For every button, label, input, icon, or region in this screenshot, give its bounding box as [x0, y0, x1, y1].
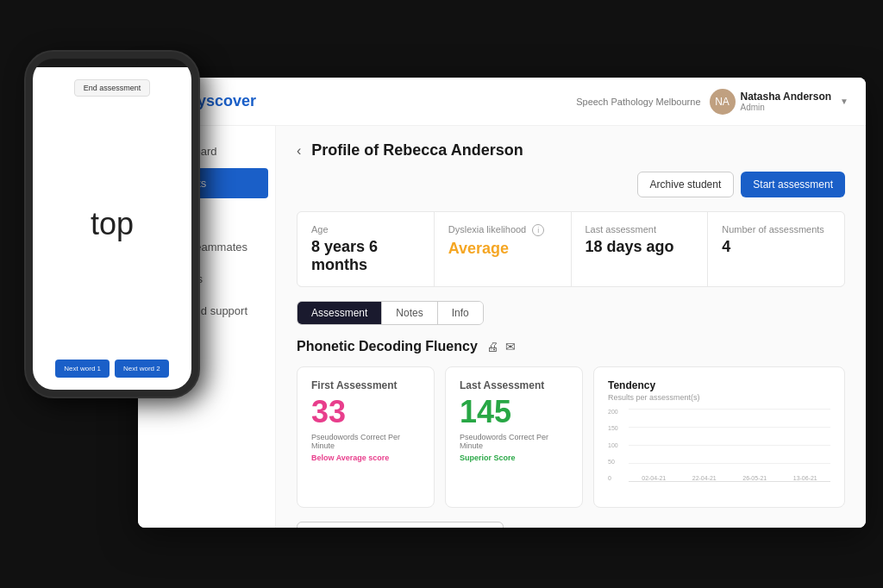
content-area: ‹ Profile of Rebecca Anderson Archive st… — [276, 126, 866, 528]
stat-dyslexia-label: Dyslexia likelihood i — [448, 224, 557, 236]
content-header: ‹ Profile of Rebecca Anderson — [297, 141, 845, 160]
section-icons: 🖨 ✉ — [486, 340, 516, 353]
user-info[interactable]: NA Natasha Anderson Admin ▼ — [710, 89, 849, 115]
print-icon[interactable]: 🖨 — [486, 340, 498, 353]
ui-body: Dashboard Students Teams Invite teammate… — [138, 126, 866, 528]
bar-4: 13-06-21 — [793, 473, 817, 481]
stat-age-label: Age — [311, 224, 420, 235]
stat-num-assessments: Number of assessments 4 — [708, 212, 844, 286]
back-button[interactable]: ‹ — [297, 143, 301, 159]
stat-last-assessment: Last assessment 18 days ago — [572, 212, 708, 286]
chart-container: 200 150 100 50 0 — [608, 409, 830, 495]
stat-dyslexia-value: Average — [448, 240, 557, 258]
first-assessment-tag: Below Average score — [311, 454, 420, 462]
phone-word-display: top — [91, 97, 134, 351]
assessment-cards-row: First Assessment 33 Pseudowords Correct … — [297, 366, 845, 508]
user-name-role: Natasha Anderson Admin — [741, 91, 832, 112]
app-header: D Dyscover Speech Pathology Melbourne NA… — [138, 78, 866, 126]
bar-2: 22-04-21 — [692, 473, 717, 481]
phone-action-buttons: Next word 1 Next word 2 — [47, 351, 177, 390]
stat-num-label: Number of assessments — [722, 224, 830, 235]
y-label-200: 200 — [608, 409, 629, 415]
stat-num-value: 4 — [722, 238, 830, 256]
main-ui: D Dyscover Speech Pathology Melbourne NA… — [138, 78, 866, 528]
section-title: Phonetic Decoding Fluency — [297, 339, 478, 354]
last-assessment-card: Last Assessment 145 Pseudowords Correct … — [445, 366, 583, 508]
stat-age: Age 8 years 6 months — [297, 212, 434, 286]
first-assessment-card: First Assessment 33 Pseudowords Correct … — [297, 366, 435, 508]
tabs-row: Assessment Notes Info — [297, 301, 484, 325]
archive-student-button[interactable]: Archive student — [637, 172, 735, 197]
bar-1-label: 02-04-21 — [642, 475, 666, 481]
stats-row: Age 8 years 6 months Dyslexia likelihood… — [297, 211, 845, 287]
y-axis: 200 150 100 50 0 — [608, 409, 629, 481]
org-name: Speech Pathology Melbourne — [576, 97, 700, 107]
email-icon[interactable]: ✉ — [505, 340, 516, 353]
y-label-150: 150 — [608, 425, 629, 431]
bar-3-label: 26-05-21 — [742, 475, 767, 481]
section-title-row: Phonetic Decoding Fluency 🖨 ✉ — [297, 339, 845, 354]
y-label-0: 0 — [608, 475, 629, 481]
last-assessment-title: Last Assessment — [460, 379, 568, 391]
first-assessment-score: 33 — [311, 397, 420, 428]
last-assessment-score: 145 — [460, 397, 568, 428]
last-assessment-sub: Pseudowords Correct Per Minute — [460, 433, 568, 450]
stat-age-value: 8 years 6 months — [311, 238, 420, 274]
end-assessment-button[interactable]: End assessment — [74, 79, 151, 97]
phone-device: End assessment top Next word 1 Next word… — [26, 52, 198, 397]
bar-2-label: 22-04-21 — [692, 475, 717, 481]
dyslexia-info-icon[interactable]: i — [532, 224, 544, 236]
bar-3: 26-05-21 — [742, 473, 767, 481]
bar-chart: 02-04-21 22-04-21 26-05-21 — [629, 409, 830, 481]
last-assessment-tag: Superior Score — [460, 454, 568, 462]
bar-4-label: 13-06-21 — [793, 475, 817, 481]
next-word-1-button[interactable]: Next word 1 — [55, 360, 110, 378]
user-name: Natasha Anderson — [741, 91, 832, 103]
y-label-50: 50 — [608, 459, 629, 465]
scene: End assessment top Next word 1 Next word… — [0, 0, 883, 588]
dropdown-row: Assessment 3 - 26/05/2021 ▼ — [297, 522, 845, 528]
tendency-title: Tendency — [608, 379, 830, 391]
user-role: Admin — [741, 103, 832, 112]
action-buttons: Archive student Start assessment — [297, 172, 845, 197]
bar-1: 02-04-21 — [642, 473, 666, 481]
tab-assessment[interactable]: Assessment — [297, 302, 382, 324]
phone-screen: End assessment top Next word 1 Next word… — [33, 67, 191, 390]
start-assessment-button[interactable]: Start assessment — [741, 172, 845, 197]
next-word-2-button[interactable]: Next word 2 — [115, 360, 169, 378]
avatar: NA — [710, 89, 736, 115]
first-assessment-sub: Pseudowords Correct Per Minute — [311, 433, 420, 450]
stat-last-value: 18 days ago — [586, 238, 694, 256]
user-dropdown-arrow[interactable]: ▼ — [840, 97, 849, 106]
y-label-100: 100 — [608, 442, 629, 448]
phone-notch — [86, 59, 138, 67]
page-title: Profile of Rebecca Anderson — [311, 141, 845, 160]
tab-info[interactable]: Info — [438, 302, 483, 324]
first-assessment-title: First Assessment — [311, 379, 420, 391]
tab-notes[interactable]: Notes — [382, 302, 437, 324]
assessment-dropdown[interactable]: Assessment 3 - 26/05/2021 ▼ — [297, 522, 504, 528]
tendency-card: Tendency Results per assessment(s) 200 1… — [593, 366, 845, 508]
stat-last-label: Last assessment — [586, 224, 694, 235]
tendency-sub: Results per assessment(s) — [608, 393, 830, 402]
stat-dyslexia: Dyslexia likelihood i Average — [435, 212, 571, 286]
